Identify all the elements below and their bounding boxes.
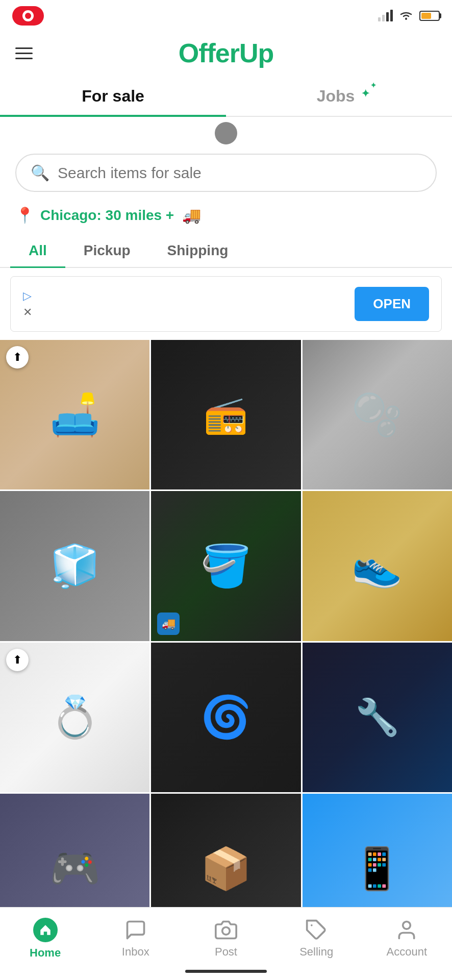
product-emoji: 👟 (351, 542, 403, 590)
product-item[interactable]: 🪣 🚚 (151, 491, 300, 641)
slider-area (0, 117, 452, 150)
product-emoji: 🎮 (49, 845, 101, 893)
menu-line (15, 53, 33, 54)
status-left (12, 6, 44, 26)
filter-tab-shipping[interactable]: Shipping (149, 234, 247, 267)
product-item[interactable]: 👟 (303, 491, 452, 641)
product-emoji: 🧊 (49, 542, 101, 590)
product-grid: 🛋️ ⬆ 📻 🫧 🧊 🪣 🚚 👟 💍 ⬆ 🌀 🔧 🎮 📦 📱 (0, 340, 452, 980)
product-item[interactable]: 🔧 (303, 643, 452, 792)
search-icon: 🔍 (31, 164, 49, 182)
product-item[interactable]: 🛋️ ⬆ (0, 340, 149, 489)
home-indicator (185, 970, 267, 973)
search-input[interactable] (58, 164, 421, 182)
status-bar (0, 0, 452, 30)
nav-item-selling[interactable]: Selling (286, 919, 347, 959)
product-emoji: 📻 (204, 394, 248, 436)
shipping-badge: 🚚 (157, 612, 180, 635)
product-item[interactable]: 🫧 (303, 340, 452, 489)
ad-play-icon: ▷ (23, 289, 32, 303)
tab-jobs[interactable]: Jobs ✦ ✦ (226, 77, 452, 116)
location-bar[interactable]: 📍 Chicago: 30 miles + 🚚 (0, 202, 452, 234)
nav-item-post[interactable]: Post (195, 919, 257, 959)
slider-handle[interactable] (215, 122, 237, 144)
boost-badge: ⬆ (6, 346, 29, 369)
menu-line (15, 47, 33, 49)
filter-tab-all[interactable]: All (10, 234, 65, 267)
product-emoji: 🔧 (355, 696, 399, 738)
search-bar[interactable]: 🔍 (15, 154, 437, 192)
ad-banner: ▷ ✕ OPEN (10, 276, 442, 332)
search-container: 🔍 (0, 150, 452, 202)
tab-for-sale[interactable]: For sale (0, 77, 226, 116)
inbox-icon (124, 919, 147, 941)
home-icon (33, 918, 58, 942)
battery-fill (421, 13, 431, 19)
selling-icon (305, 919, 328, 941)
filter-tabs: All Pickup Shipping (0, 234, 452, 268)
product-item[interactable]: 💍 ⬆ (0, 643, 149, 792)
product-emoji: 🪣 (200, 542, 252, 590)
signal-icon (378, 10, 393, 21)
app-header: OfferUp (0, 30, 452, 77)
product-item[interactable]: 🌀 (151, 643, 300, 792)
product-item[interactable]: 📻 (151, 340, 300, 489)
bottom-nav: Home Inbox Post Selling Account (0, 907, 452, 980)
product-emoji: 📱 (351, 845, 403, 893)
ad-close-button[interactable]: ✕ (23, 306, 32, 319)
ad-open-button[interactable]: OPEN (355, 287, 429, 321)
battery-icon (419, 11, 440, 21)
nav-label-home: Home (30, 946, 61, 960)
nav-label-inbox: Inbox (122, 945, 149, 959)
product-emoji: 💍 (49, 693, 101, 741)
main-tabs: For sale Jobs ✦ ✦ (0, 77, 452, 117)
menu-button[interactable] (15, 47, 33, 59)
location-icon: 📍 (15, 206, 34, 224)
nav-label-account: Account (387, 945, 428, 959)
boost-badge: ⬆ (6, 649, 29, 671)
post-icon (215, 919, 237, 941)
product-emoji: 🌀 (200, 693, 252, 741)
nav-label-post: Post (215, 945, 237, 959)
nav-item-inbox[interactable]: Inbox (105, 919, 166, 959)
svg-point-3 (403, 922, 411, 929)
product-item[interactable]: 🧊 (0, 491, 149, 641)
location-text: Chicago: 30 miles + (40, 207, 174, 224)
product-emoji: 📦 (200, 845, 252, 893)
filter-tab-pickup[interactable]: Pickup (65, 234, 149, 267)
recording-dot (22, 10, 34, 21)
nav-item-home[interactable]: Home (15, 918, 76, 960)
nav-item-account[interactable]: Account (376, 919, 437, 959)
account-icon (395, 919, 418, 941)
svg-point-0 (405, 18, 407, 20)
status-right (378, 10, 440, 21)
svg-point-1 (222, 927, 230, 935)
wifi-icon (399, 11, 413, 21)
product-emoji: 🛋️ (49, 391, 101, 439)
ad-left: ▷ ✕ (23, 289, 32, 319)
menu-line (15, 58, 33, 59)
delivery-icon: 🚚 (182, 206, 201, 224)
nav-label-selling: Selling (299, 945, 333, 959)
app-logo: OfferUp (179, 38, 274, 68)
recording-indicator (12, 6, 44, 26)
